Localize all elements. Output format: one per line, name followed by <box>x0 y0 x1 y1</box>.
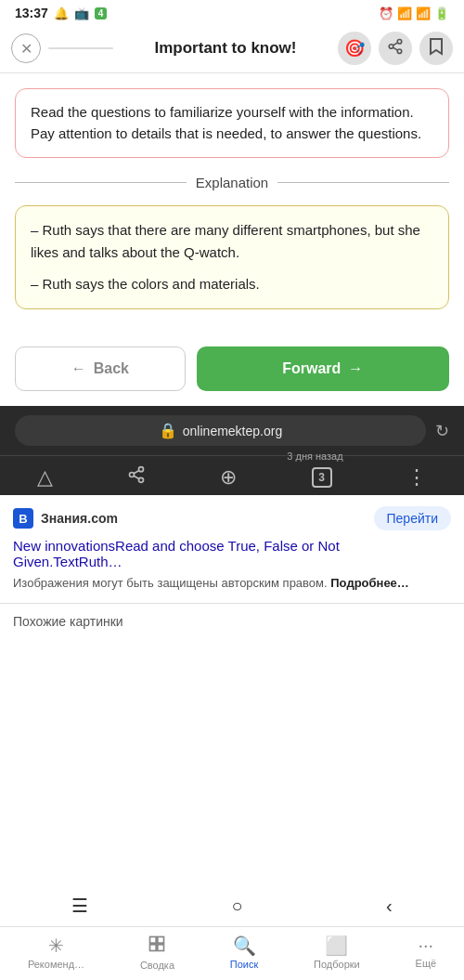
explanation-box: – Ruth says that there are many differen… <box>15 205 449 309</box>
forward-button[interactable]: Forward → <box>197 346 449 391</box>
source-name: Знания.com <box>41 511 118 526</box>
explanation-label: Explanation <box>196 175 268 190</box>
share-browser-icon <box>127 465 146 490</box>
search-result-title[interactable]: New innovationsRead and choose True, Fal… <box>13 538 451 569</box>
browser-address-bar: 🔒 onlinemektep.org ↻ <box>0 406 464 455</box>
divider-line-right <box>277 182 449 183</box>
summary-icon <box>148 934 166 958</box>
tab-search[interactable]: 🔍 Поиск <box>230 934 258 971</box>
svg-point-7 <box>139 477 144 482</box>
recommend-label: Рекоменд… <box>28 959 84 970</box>
share-button[interactable] <box>379 32 412 65</box>
camera-icon: 🎯 <box>344 38 365 59</box>
info-text: Read the questions to familiarize yourse… <box>31 104 421 141</box>
network-badge: 4 <box>95 7 108 20</box>
signal-icon1: 📶 <box>416 7 431 20</box>
divider-line-left <box>15 182 187 183</box>
recommend-icon: ✳ <box>48 934 64 957</box>
status-time: 13:37 <box>15 6 48 20</box>
status-bar-left: 13:37 🔔 📺 4 <box>15 6 107 20</box>
action-buttons: ← Back Forward → <box>0 332 464 406</box>
android-menu-button[interactable]: ☰ <box>53 891 107 921</box>
svg-line-4 <box>393 42 397 45</box>
svg-point-1 <box>389 44 393 48</box>
search-result-section: В Знания.com Перейти New innovationsRead… <box>0 495 464 603</box>
tab-more[interactable]: ··· Ещё <box>416 934 437 971</box>
svg-point-6 <box>130 473 135 477</box>
top-nav-right: 🎯 <box>338 32 453 65</box>
search-label: Поиск <box>230 959 258 970</box>
days-ago-label: 3 дня назад <box>287 451 342 462</box>
svg-line-9 <box>134 470 139 473</box>
summary-label: Сводка <box>140 960 174 971</box>
tab-collections[interactable]: ⬜ Подборки <box>314 934 360 971</box>
page-title: Important to know! <box>113 38 338 58</box>
url-bar[interactable]: 🔒 onlinemektep.org <box>15 415 426 446</box>
lock-icon: 🔒 <box>159 422 177 439</box>
android-home-button[interactable]: ○ <box>213 892 262 921</box>
svg-rect-13 <box>158 945 164 951</box>
similar-section: Похожие картинки <box>0 604 464 635</box>
close-icon: ✕ <box>20 40 32 58</box>
go-to-source-button[interactable]: Перейти <box>374 506 451 530</box>
browser-add-button[interactable]: ⊕ <box>220 465 237 490</box>
progress-bar <box>48 47 113 49</box>
screen-icon: 📺 <box>74 7 89 20</box>
more-dots-icon: ··· <box>418 934 433 956</box>
svg-line-8 <box>134 476 139 478</box>
tab-recommend[interactable]: ✳ Рекоменд… <box>28 934 84 971</box>
explanation-line2: – Ruth says the colors and materials. <box>31 273 433 295</box>
more-icon: ⋮ <box>406 465 427 490</box>
wifi-icon: 📶 <box>397 7 412 20</box>
browser-bottom-nav: △ ⊕ 3 3 дня назад ⋮ <box>0 455 464 495</box>
back-button[interactable]: ← Back <box>15 346 186 391</box>
share-icon <box>387 38 404 59</box>
explanation-divider: Explanation <box>15 175 449 190</box>
forward-label: Forward <box>282 360 341 377</box>
add-icon: ⊕ <box>220 465 237 490</box>
search-result-description: Изображения могут быть защищены авторски… <box>13 575 451 592</box>
browser-share-button[interactable] <box>127 465 146 490</box>
svg-rect-11 <box>158 937 164 944</box>
svg-line-3 <box>393 47 397 50</box>
back-arrow-icon: ← <box>71 360 86 377</box>
tab-summary[interactable]: Сводка <box>140 934 174 971</box>
more-label: Ещё <box>416 958 437 969</box>
browser-more-button[interactable]: ⋮ <box>406 465 427 490</box>
collections-icon: ⬜ <box>325 934 348 957</box>
tab-count-badge: 3 <box>312 467 332 488</box>
source-icon: В <box>13 508 33 529</box>
top-nav-bar: ✕ Important to know! 🎯 <box>0 24 464 73</box>
android-back-button[interactable]: ‹ <box>367 892 411 921</box>
bookmark-icon <box>429 37 444 60</box>
android-nav-bar: ☰ ○ ‹ <box>0 883 464 928</box>
back-label: Back <box>94 360 129 377</box>
url-text: onlinemektep.org <box>183 424 282 438</box>
camera-button[interactable]: 🎯 <box>338 32 371 65</box>
android-menu-icon: ☰ <box>71 895 88 916</box>
android-back-icon: ‹ <box>386 895 393 916</box>
top-nav-left: ✕ <box>11 33 113 63</box>
forward-arrow-icon: → <box>348 360 363 377</box>
collections-label: Подборки <box>314 959 360 970</box>
close-button[interactable]: ✕ <box>11 33 41 63</box>
battery-icon: 🔋 <box>434 7 449 20</box>
search-result-source: В Знания.com Перейти <box>13 506 451 530</box>
status-bar: 13:37 🔔 📺 4 ⏰ 📶 📶 🔋 <box>0 0 464 24</box>
svg-point-5 <box>139 467 144 472</box>
reload-button[interactable]: ↻ <box>435 421 449 441</box>
android-home-icon: ○ <box>232 895 243 916</box>
alarm-icon: ⏰ <box>379 7 393 20</box>
learn-more-link[interactable]: Подробнее… <box>330 576 409 590</box>
svg-rect-10 <box>150 937 157 944</box>
browser-home-button[interactable]: △ <box>37 465 53 490</box>
svg-point-0 <box>397 39 402 44</box>
browser-tabs-button[interactable]: 3 3 дня назад <box>312 467 332 488</box>
info-box: Read the questions to familiarize yourse… <box>15 88 449 158</box>
search-icon: 🔍 <box>233 934 256 957</box>
status-bar-right: ⏰ 📶 📶 🔋 <box>379 7 449 20</box>
notification-icon: 🔔 <box>54 7 69 20</box>
bookmark-button[interactable] <box>419 32 453 65</box>
main-content: Read the questions to familiarize yourse… <box>0 73 464 309</box>
svg-point-2 <box>397 49 402 54</box>
